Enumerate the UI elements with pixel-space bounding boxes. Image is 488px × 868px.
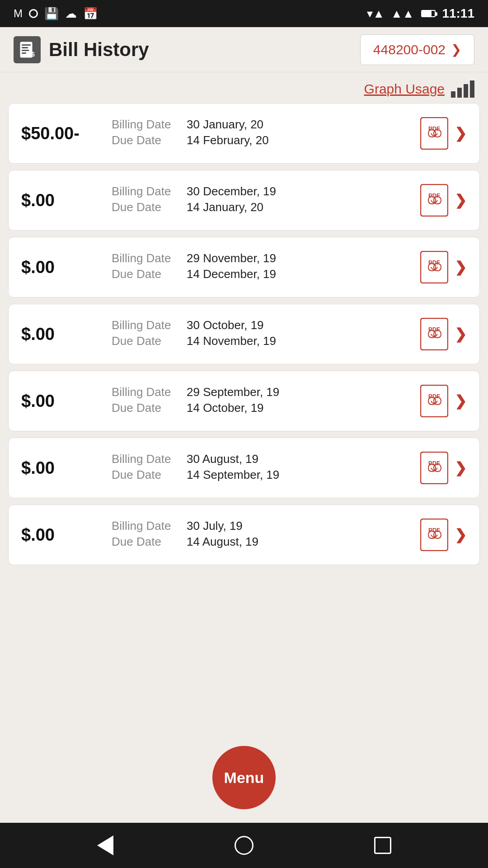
graph-usage-link[interactable]: Graph Usage (364, 81, 445, 97)
billing-date-label: Billing Date (112, 385, 179, 399)
gmail-icon: M (14, 7, 23, 20)
signal-icon: ▲▲ (391, 7, 414, 21)
due-date-row: Due Date 14 December, 19 (112, 267, 411, 281)
due-date-label: Due Date (112, 334, 179, 348)
billing-date-value: 30 August, 19 (187, 452, 258, 466)
bill-actions: PDF ❯ (420, 452, 467, 484)
bill-card[interactable]: $.00 Billing Date 30 December, 19 Due Da… (8, 170, 480, 231)
header-left: $ Bill History (14, 36, 149, 63)
bill-actions: PDF ❯ (420, 318, 467, 350)
due-date-row: Due Date 14 November, 19 (112, 334, 411, 348)
row-chevron-icon: ❯ (455, 259, 467, 276)
back-button[interactable] (89, 830, 121, 861)
due-date-row: Due Date 14 August, 19 (112, 535, 411, 549)
billing-date-value: 30 December, 19 (187, 184, 276, 198)
account-chevron-icon: ❯ (451, 42, 461, 57)
bar-chart-icon (451, 80, 474, 98)
due-date-value: 14 September, 19 (187, 468, 279, 482)
due-date-label: Due Date (112, 401, 179, 415)
svg-rect-3 (22, 50, 29, 51)
svg-rect-1 (22, 44, 31, 46)
bill-actions: PDF ❯ (420, 385, 467, 417)
recents-button[interactable] (367, 830, 399, 861)
status-icons-left: M 💾 ☁ 📅 (14, 7, 98, 21)
billing-date-row: Billing Date 29 September, 19 (112, 385, 411, 399)
graph-usage-bar: Graph Usage (0, 72, 488, 103)
bill-dates: Billing Date 30 December, 19 Due Date 14… (103, 184, 420, 216)
billing-date-label: Billing Date (112, 452, 179, 466)
pdf-icon[interactable]: PDF (420, 519, 448, 551)
bill-dates: Billing Date 30 August, 19 Due Date 14 S… (103, 452, 420, 484)
pdf-icon[interactable]: PDF (420, 251, 448, 283)
billing-date-label: Billing Date (112, 251, 179, 265)
billing-date-row: Billing Date 29 November, 19 (112, 251, 411, 265)
pdf-icon[interactable]: PDF (420, 117, 448, 150)
billing-date-row: Billing Date 30 October, 19 (112, 318, 411, 332)
billing-date-value: 29 November, 19 (187, 251, 276, 265)
status-time: 11:11 (442, 6, 474, 21)
bill-dates: Billing Date 29 September, 19 Due Date 1… (103, 385, 420, 417)
home-button[interactable] (228, 830, 260, 861)
bill-icon: $ (14, 36, 41, 63)
bill-amount: $.00 (21, 525, 103, 545)
menu-container: Menu (0, 737, 488, 823)
app-header: $ Bill History 448200-002 ❯ (0, 27, 488, 72)
due-date-value: 14 November, 19 (187, 334, 276, 348)
billing-date-label: Billing Date (112, 318, 179, 332)
row-chevron-icon: ❯ (455, 392, 467, 410)
bill-dates: Billing Date 29 November, 19 Due Date 14… (103, 251, 420, 283)
save-icon: 💾 (44, 7, 59, 21)
wifi-icon: ▾▲ (367, 7, 385, 21)
bill-actions: PDF ❯ (420, 117, 467, 150)
svg-rect-4 (22, 52, 26, 54)
billing-date-value: 30 January, 20 (187, 118, 263, 132)
bill-card[interactable]: $50.00- Billing Date 30 January, 20 Due … (8, 103, 480, 164)
due-date-value: 14 December, 19 (187, 267, 276, 281)
billing-date-label: Billing Date (112, 118, 179, 132)
bill-card[interactable]: $.00 Billing Date 29 November, 19 Due Da… (8, 237, 480, 297)
bill-card[interactable]: $.00 Billing Date 30 October, 19 Due Dat… (8, 304, 480, 364)
bill-list: $50.00- Billing Date 30 January, 20 Due … (0, 103, 488, 737)
row-chevron-icon: ❯ (455, 125, 467, 142)
bill-dates: Billing Date 30 October, 19 Due Date 14 … (103, 318, 420, 350)
account-number: 448200-002 (373, 42, 446, 57)
billing-date-row: Billing Date 30 July, 19 (112, 519, 411, 533)
billing-date-row: Billing Date 30 December, 19 (112, 184, 411, 198)
pdf-icon[interactable]: PDF (420, 318, 448, 350)
billing-date-label: Billing Date (112, 184, 179, 198)
bottom-navigation (0, 823, 488, 868)
bill-amount: $.00 (21, 392, 103, 411)
pdf-icon[interactable]: PDF (420, 184, 448, 217)
bill-card[interactable]: $.00 Billing Date 29 September, 19 Due D… (8, 371, 480, 431)
row-chevron-icon: ❯ (455, 459, 467, 476)
page-title: Bill History (49, 39, 149, 61)
billing-date-row: Billing Date 30 January, 20 (112, 118, 411, 132)
due-date-row: Due Date 14 February, 20 (112, 133, 411, 147)
pdf-icon[interactable]: PDF (420, 385, 448, 417)
due-date-label: Due Date (112, 133, 179, 147)
due-date-value: 14 January, 20 (187, 200, 263, 214)
row-chevron-icon: ❯ (455, 526, 467, 543)
bill-amount: $.00 (21, 258, 103, 277)
bill-amount: $.00 (21, 458, 103, 478)
bill-card[interactable]: $.00 Billing Date 30 August, 19 Due Date… (8, 438, 480, 498)
due-date-value: 14 October, 19 (187, 401, 264, 415)
bill-actions: PDF ❯ (420, 251, 467, 283)
billing-date-row: Billing Date 30 August, 19 (112, 452, 411, 466)
due-date-value: 14 February, 20 (187, 133, 269, 147)
bill-actions: PDF ❯ (420, 519, 467, 551)
billing-date-label: Billing Date (112, 519, 179, 533)
billing-date-value: 30 October, 19 (187, 318, 264, 332)
bill-dates: Billing Date 30 July, 19 Due Date 14 Aug… (103, 519, 420, 551)
bill-card[interactable]: $.00 Billing Date 30 July, 19 Due Date 1… (8, 505, 480, 565)
status-bar: M 💾 ☁ 📅 ▾▲ ▲▲ 11:11 (0, 0, 488, 27)
row-chevron-icon: ❯ (455, 326, 467, 343)
account-button[interactable]: 448200-002 ❯ (360, 34, 474, 65)
svg-text:$: $ (31, 51, 35, 58)
bill-amount: $50.00- (21, 124, 103, 143)
pdf-icon[interactable]: PDF (420, 452, 448, 484)
battery-icon (421, 10, 436, 17)
bill-amount: $.00 (21, 191, 103, 210)
menu-button[interactable]: Menu (212, 746, 276, 809)
record-icon (29, 9, 38, 18)
